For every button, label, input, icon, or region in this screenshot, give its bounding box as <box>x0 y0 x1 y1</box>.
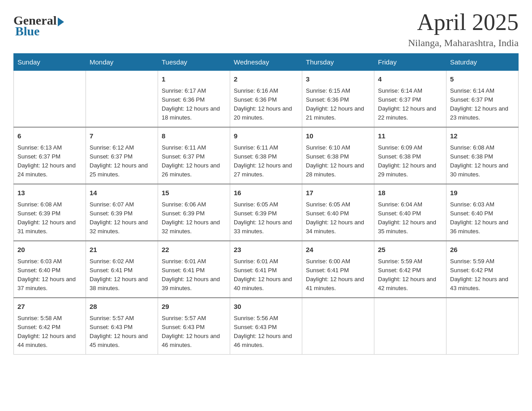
day-info: Sunrise: 5:59 AMSunset: 6:42 PMDaylight:… <box>450 257 515 293</box>
weekday-header-wednesday: Wednesday <box>230 54 302 71</box>
calendar-cell: 1Sunrise: 6:17 AMSunset: 6:36 PMDaylight… <box>158 71 230 128</box>
day-info: Sunrise: 6:11 AMSunset: 6:37 PMDaylight:… <box>162 143 226 180</box>
month-title: April 2025 <box>408 9 519 35</box>
day-number: 21 <box>90 245 154 255</box>
calendar-cell: 22Sunrise: 6:01 AMSunset: 6:41 PMDayligh… <box>158 241 230 298</box>
calendar-cell: 15Sunrise: 6:06 AMSunset: 6:39 PMDayligh… <box>158 184 230 241</box>
calendar-cell: 3Sunrise: 6:15 AMSunset: 6:36 PMDaylight… <box>302 71 374 128</box>
day-number: 1 <box>162 74 226 85</box>
logo-arrow-icon <box>58 17 64 26</box>
day-info: Sunrise: 6:09 AMSunset: 6:38 PMDaylight:… <box>378 143 442 180</box>
calendar-cell: 18Sunrise: 6:04 AMSunset: 6:40 PMDayligh… <box>374 184 446 241</box>
day-info: Sunrise: 6:04 AMSunset: 6:40 PMDaylight:… <box>378 200 442 236</box>
day-number: 17 <box>306 188 370 198</box>
calendar-cell: 26Sunrise: 5:59 AMSunset: 6:42 PMDayligh… <box>446 241 519 298</box>
calendar-cell: 29Sunrise: 5:57 AMSunset: 6:43 PMDayligh… <box>158 298 230 355</box>
calendar-cell: 21Sunrise: 6:02 AMSunset: 6:41 PMDayligh… <box>86 241 158 298</box>
day-number: 23 <box>234 245 298 255</box>
calendar-cell: 2Sunrise: 6:16 AMSunset: 6:36 PMDaylight… <box>230 71 302 128</box>
day-info: Sunrise: 6:10 AMSunset: 6:38 PMDaylight:… <box>306 143 370 180</box>
day-info: Sunrise: 6:03 AMSunset: 6:40 PMDaylight:… <box>450 200 515 236</box>
calendar-cell: 28Sunrise: 5:57 AMSunset: 6:43 PMDayligh… <box>86 298 158 355</box>
day-number: 2 <box>234 74 298 85</box>
day-number: 12 <box>450 131 515 141</box>
day-number: 22 <box>162 245 226 255</box>
calendar-week-row: 27Sunrise: 5:58 AMSunset: 6:42 PMDayligh… <box>14 298 519 355</box>
day-number: 30 <box>234 302 298 312</box>
weekday-header-sunday: Sunday <box>14 54 86 71</box>
weekday-header-thursday: Thursday <box>302 54 374 71</box>
location-title: Nilanga, Maharashtra, India <box>408 37 519 49</box>
day-info: Sunrise: 6:02 AMSunset: 6:41 PMDaylight:… <box>90 257 154 293</box>
day-info: Sunrise: 6:05 AMSunset: 6:40 PMDaylight:… <box>306 200 370 236</box>
day-info: Sunrise: 6:00 AMSunset: 6:41 PMDaylight:… <box>306 257 370 293</box>
calendar-cell <box>446 298 519 355</box>
day-info: Sunrise: 6:13 AMSunset: 6:37 PMDaylight:… <box>17 143 82 180</box>
day-number: 5 <box>450 74 515 85</box>
day-number: 13 <box>17 188 82 198</box>
logo-blue-text: Blue <box>13 24 39 39</box>
day-number: 29 <box>162 302 226 312</box>
weekday-header-tuesday: Tuesday <box>158 54 230 71</box>
day-info: Sunrise: 6:01 AMSunset: 6:41 PMDaylight:… <box>162 257 226 293</box>
day-info: Sunrise: 5:57 AMSunset: 6:43 PMDaylight:… <box>90 314 154 350</box>
day-info: Sunrise: 6:01 AMSunset: 6:41 PMDaylight:… <box>234 257 298 293</box>
day-info: Sunrise: 6:17 AMSunset: 6:36 PMDaylight:… <box>162 86 226 123</box>
calendar-cell: 13Sunrise: 6:08 AMSunset: 6:39 PMDayligh… <box>14 184 86 241</box>
day-info: Sunrise: 6:05 AMSunset: 6:39 PMDaylight:… <box>234 200 298 236</box>
day-number: 18 <box>378 188 442 198</box>
logo: General Blue <box>13 13 64 39</box>
title-block: April 2025 Nilanga, Maharashtra, India <box>408 9 519 49</box>
calendar-week-row: 6Sunrise: 6:13 AMSunset: 6:37 PMDaylight… <box>14 127 519 184</box>
calendar-cell: 7Sunrise: 6:12 AMSunset: 6:37 PMDaylight… <box>86 127 158 184</box>
day-info: Sunrise: 6:15 AMSunset: 6:36 PMDaylight:… <box>306 86 370 123</box>
day-number: 3 <box>306 74 370 85</box>
calendar-cell: 10Sunrise: 6:10 AMSunset: 6:38 PMDayligh… <box>302 127 374 184</box>
calendar-cell: 30Sunrise: 5:56 AMSunset: 6:43 PMDayligh… <box>230 298 302 355</box>
day-info: Sunrise: 5:58 AMSunset: 6:42 PMDaylight:… <box>17 314 82 350</box>
day-number: 14 <box>90 188 154 198</box>
day-number: 25 <box>378 245 442 255</box>
calendar-cell <box>86 71 158 128</box>
day-info: Sunrise: 6:08 AMSunset: 6:38 PMDaylight:… <box>450 143 515 180</box>
calendar-cell: 11Sunrise: 6:09 AMSunset: 6:38 PMDayligh… <box>374 127 446 184</box>
day-info: Sunrise: 6:16 AMSunset: 6:36 PMDaylight:… <box>234 86 298 123</box>
day-info: Sunrise: 6:08 AMSunset: 6:39 PMDaylight:… <box>17 200 82 236</box>
day-info: Sunrise: 6:03 AMSunset: 6:40 PMDaylight:… <box>17 257 82 293</box>
calendar-week-row: 20Sunrise: 6:03 AMSunset: 6:40 PMDayligh… <box>14 241 519 298</box>
calendar-table: SundayMondayTuesdayWednesdayThursdayFrid… <box>13 53 519 355</box>
day-info: Sunrise: 6:14 AMSunset: 6:37 PMDaylight:… <box>378 86 442 123</box>
page-header: General Blue April 2025 Nilanga, Maharas… <box>13 9 519 49</box>
day-number: 24 <box>306 245 370 255</box>
calendar-cell: 6Sunrise: 6:13 AMSunset: 6:37 PMDaylight… <box>14 127 86 184</box>
day-number: 7 <box>90 131 154 141</box>
calendar-cell <box>14 71 86 128</box>
day-number: 4 <box>378 74 442 85</box>
day-info: Sunrise: 5:56 AMSunset: 6:43 PMDaylight:… <box>234 314 298 350</box>
day-info: Sunrise: 6:14 AMSunset: 6:37 PMDaylight:… <box>450 86 515 123</box>
day-number: 6 <box>17 131 82 141</box>
calendar-cell: 20Sunrise: 6:03 AMSunset: 6:40 PMDayligh… <box>14 241 86 298</box>
calendar-header-row: SundayMondayTuesdayWednesdayThursdayFrid… <box>14 54 519 71</box>
calendar-cell: 12Sunrise: 6:08 AMSunset: 6:38 PMDayligh… <box>446 127 519 184</box>
calendar-cell: 4Sunrise: 6:14 AMSunset: 6:37 PMDaylight… <box>374 71 446 128</box>
weekday-header-monday: Monday <box>86 54 158 71</box>
calendar-cell: 23Sunrise: 6:01 AMSunset: 6:41 PMDayligh… <box>230 241 302 298</box>
calendar-cell: 16Sunrise: 6:05 AMSunset: 6:39 PMDayligh… <box>230 184 302 241</box>
calendar-cell: 27Sunrise: 5:58 AMSunset: 6:42 PMDayligh… <box>14 298 86 355</box>
calendar-cell: 9Sunrise: 6:11 AMSunset: 6:38 PMDaylight… <box>230 127 302 184</box>
calendar-cell: 19Sunrise: 6:03 AMSunset: 6:40 PMDayligh… <box>446 184 519 241</box>
calendar-week-row: 13Sunrise: 6:08 AMSunset: 6:39 PMDayligh… <box>14 184 519 241</box>
day-number: 9 <box>234 131 298 141</box>
day-number: 26 <box>450 245 515 255</box>
day-info: Sunrise: 6:11 AMSunset: 6:38 PMDaylight:… <box>234 143 298 180</box>
day-number: 15 <box>162 188 226 198</box>
calendar-cell <box>374 298 446 355</box>
day-number: 11 <box>378 131 442 141</box>
calendar-cell: 5Sunrise: 6:14 AMSunset: 6:37 PMDaylight… <box>446 71 519 128</box>
day-number: 20 <box>17 245 82 255</box>
day-number: 8 <box>162 131 226 141</box>
day-number: 16 <box>234 188 298 198</box>
day-info: Sunrise: 6:12 AMSunset: 6:37 PMDaylight:… <box>90 143 154 180</box>
day-info: Sunrise: 6:07 AMSunset: 6:39 PMDaylight:… <box>90 200 154 236</box>
